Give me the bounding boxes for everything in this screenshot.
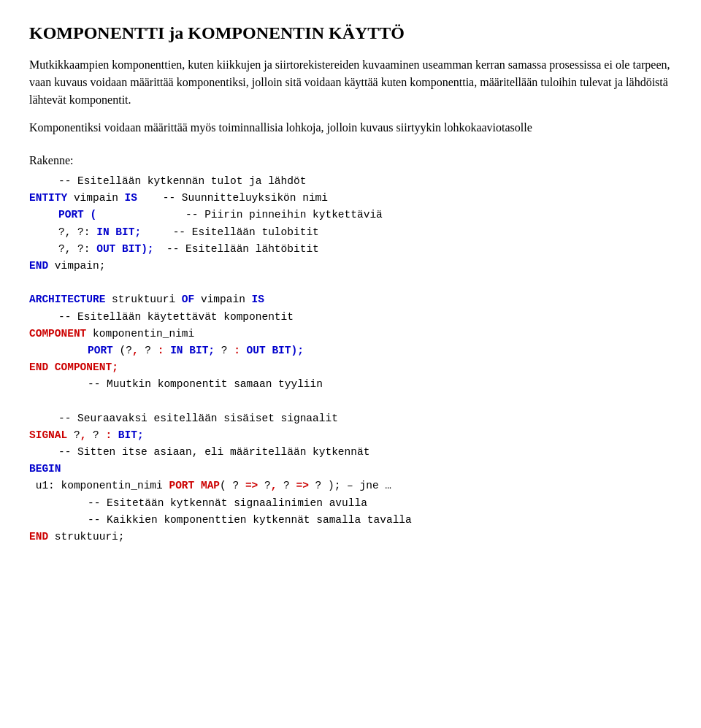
code-signal-line: SIGNAL ?, ? : BIT; [29, 427, 672, 444]
code-port2-line: PORT (?, ? : IN BIT; ? : OUT BIT); [29, 342, 672, 359]
code-comp-line: COMPONENT komponentin_nimi [29, 326, 672, 342]
code-out-line: ?, ?: OUT BIT); -- Esitellään lähtöbitit [29, 241, 672, 258]
code-block: -- Esitellään kytkennän tulot ja lähdöt … [29, 173, 672, 545]
code-comment-arch: -- Esitellään käytettävät komponentit [29, 309, 672, 326]
code-blank1 [29, 275, 672, 291]
page-title: KOMPONENTTI ja KOMPONENTIN KÄYTTÖ [29, 23, 672, 43]
intro-paragraph-2: Komponentiksi voidaan määrittää myös toi… [29, 119, 672, 137]
code-comment-sitten: -- Sitten itse asiaan, eli määritellään … [29, 444, 672, 461]
code-begin-line: BEGIN [29, 461, 672, 478]
code-blank2 [29, 393, 672, 410]
code-comment-sig: -- Seuraavaksi esitellään sisäiset signa… [29, 410, 672, 427]
code-comment-esit: -- Esitetään kytkennät signaalinimien av… [29, 495, 672, 512]
section-label: Rakenne: [29, 154, 672, 167]
code-comment-muut: -- Muutkin komponentit samaan tyyliin [29, 376, 672, 393]
code-comment-kaikki: -- Kaikkien komponenttien kytkennät sama… [29, 512, 672, 529]
code-endcomp-line: END COMPONENT; [29, 359, 672, 376]
code-end-line: END vimpain; [29, 258, 672, 275]
code-u1-line: u1: komponentin_nimi PORT MAP( ? => ?, ?… [29, 478, 672, 494]
code-entity-line: ENTITY vimpain IS -- Suunnitteluyksikön … [29, 190, 672, 207]
code-arch-line: ARCHITECTURE struktuuri OF vimpain IS [29, 291, 672, 308]
code-comment1: -- Esitellään kytkennän tulot ja lähdöt [29, 173, 672, 190]
code-port-line: PORT ( -- Piirin pinneihin kytkettäviä [29, 207, 672, 223]
intro-paragraph-1: Mutkikkaampien komponenttien, kuten kiik… [29, 56, 672, 109]
code-endstruct-line: END struktuuri; [29, 529, 672, 545]
code-in-line: ?, ?: IN BIT; -- Esitellään tulobitit [29, 224, 672, 241]
